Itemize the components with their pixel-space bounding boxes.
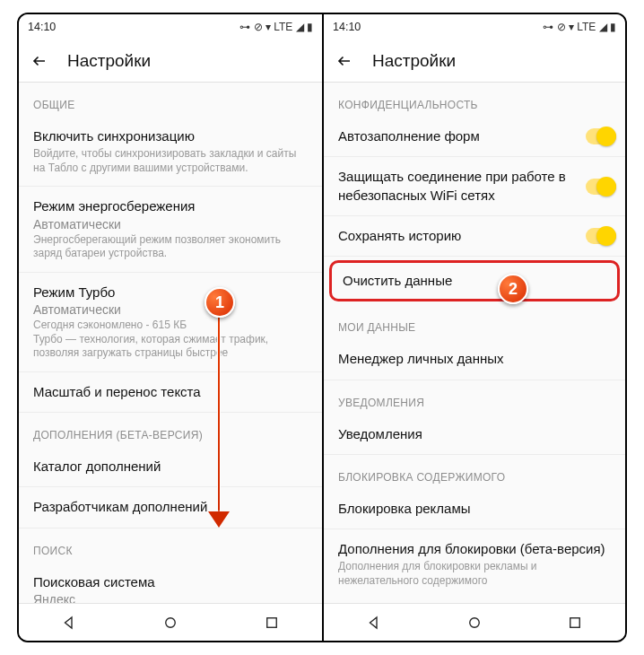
- svg-point-0: [166, 617, 176, 627]
- section-header-privacy: КОНФИДЕНЦИАЛЬНОСТЬ: [324, 83, 625, 117]
- row-save-history[interactable]: Сохранять историю: [324, 216, 625, 257]
- nav-home-icon[interactable]: [162, 615, 178, 631]
- svg-rect-3: [570, 617, 580, 627]
- status-time: 14:10: [333, 21, 361, 33]
- section-header-general: ОБЩИЕ: [19, 83, 322, 117]
- nav-recent-icon[interactable]: [567, 615, 583, 631]
- annotation-badge-1: 1: [205, 287, 235, 318]
- status-bar: 14:10 ⊶ ⊘ ▾ LTE ◢ ▮: [324, 14, 625, 39]
- row-addons-dev[interactable]: Разработчикам дополнений: [19, 487, 322, 528]
- row-wifi-protect[interactable]: Защищать соединение при работе в небезоп…: [324, 157, 625, 216]
- status-icons: ⊶ ⊘ ▾ LTE ◢ ▮: [239, 21, 313, 33]
- row-personal-data-manager[interactable]: Менеджер личных данных: [324, 339, 625, 380]
- row-clear-data[interactable]: Очистить данные: [329, 260, 620, 301]
- section-header-mydata: МОИ ДАННЫЕ: [324, 305, 625, 339]
- settings-list-left[interactable]: ОБЩИЕ Включить синхронизацию Войдите, чт…: [19, 83, 322, 603]
- back-icon[interactable]: [31, 53, 48, 69]
- android-nav-bar: [19, 603, 322, 641]
- row-search-engine[interactable]: Поисковая система Яндекс: [19, 563, 322, 603]
- page-title: Настройки: [372, 51, 456, 71]
- svg-point-2: [470, 617, 480, 627]
- row-sync[interactable]: Включить синхронизацию Войдите, чтобы си…: [19, 117, 322, 187]
- settings-list-right[interactable]: КОНФИДЕНЦИАЛЬНОСТЬ Автозаполнение форм З…: [324, 83, 625, 603]
- row-turbo[interactable]: Режим Турбо Автоматически Сегодня сэконо…: [19, 273, 322, 372]
- app-header: Настройки: [19, 39, 322, 83]
- nav-back-icon[interactable]: [61, 615, 77, 631]
- app-header: Настройки: [324, 39, 625, 83]
- section-header-addons: ДОПОЛНЕНИЯ (БЕТА-ВЕРСИЯ): [19, 413, 322, 447]
- toggle-on-icon[interactable]: [586, 228, 616, 244]
- row-addons-catalog[interactable]: Каталог дополнений: [19, 447, 322, 487]
- toggle-on-icon[interactable]: [586, 179, 616, 195]
- android-nav-bar: [324, 603, 625, 641]
- toggle-on-icon[interactable]: [586, 128, 616, 144]
- status-time: 14:10: [28, 21, 56, 33]
- row-autofill[interactable]: Автозаполнение форм: [324, 117, 625, 157]
- svg-rect-1: [266, 617, 276, 627]
- screenshot-canvas: 14:10 ⊶ ⊘ ▾ LTE ◢ ▮ Настройки ОБЩИЕ Вклю…: [17, 13, 627, 642]
- section-header-search: ПОИСК: [19, 528, 322, 563]
- nav-recent-icon[interactable]: [264, 615, 280, 631]
- back-icon[interactable]: [336, 53, 352, 69]
- section-header-blocking: БЛОКИРОВКА СОДЕРЖИМОГО: [324, 455, 625, 489]
- annotation-arrow: [216, 312, 222, 528]
- row-text-scale[interactable]: Масштаб и перенос текста: [19, 372, 322, 413]
- annotation-badge-2: 2: [498, 274, 528, 304]
- nav-back-icon[interactable]: [366, 615, 382, 631]
- phone-right: 14:10 ⊶ ⊘ ▾ LTE ◢ ▮ Настройки КОНФИДЕНЦИ…: [322, 14, 625, 641]
- row-notifications[interactable]: Уведомления: [324, 415, 625, 455]
- status-bar: 14:10 ⊶ ⊘ ▾ LTE ◢ ▮: [19, 14, 322, 39]
- page-title: Настройки: [67, 51, 151, 71]
- status-icons: ⊶ ⊘ ▾ LTE ◢ ▮: [543, 21, 616, 33]
- section-header-notifications: УВЕДОМЛЕНИЯ: [324, 380, 625, 415]
- nav-home-icon[interactable]: [466, 615, 483, 631]
- row-block-addons[interactable]: Дополнения для блокировки (бета-версия) …: [324, 529, 625, 598]
- phone-left: 14:10 ⊶ ⊘ ▾ LTE ◢ ▮ Настройки ОБЩИЕ Вклю…: [19, 14, 322, 641]
- row-ad-block[interactable]: Блокировка рекламы: [324, 489, 625, 529]
- row-power-saving[interactable]: Режим энергосбережения Автоматически Эне…: [19, 187, 322, 272]
